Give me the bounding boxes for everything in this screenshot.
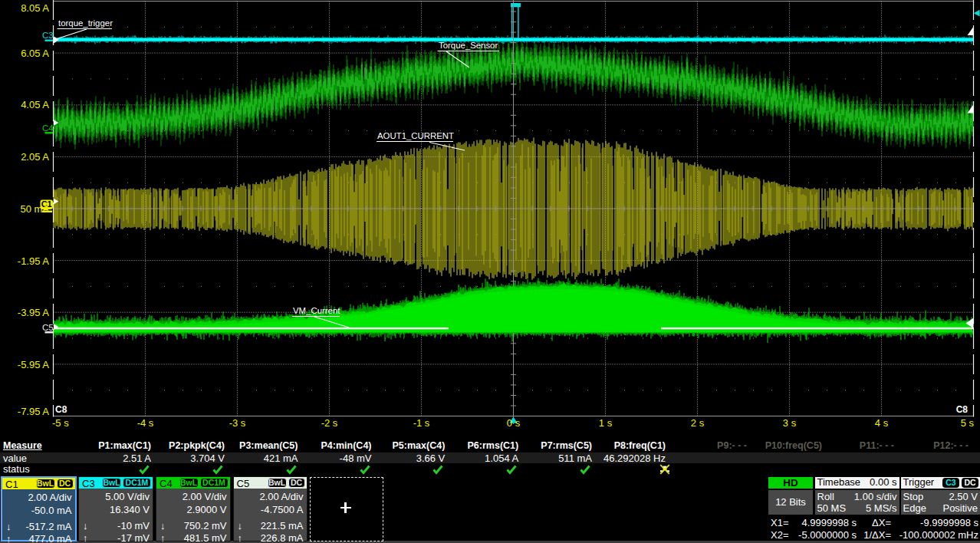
svg-text:1 s: 1 s [599, 417, 613, 429]
svg-text:Torque_Sensor: Torque_Sensor [439, 41, 498, 50]
svg-text:-7.95 A: -7.95 A [18, 406, 50, 417]
svg-text:-4 s: -4 s [137, 417, 154, 429]
svg-text:0 s: 0 s [507, 417, 521, 429]
svg-text:VM_Current: VM_Current [293, 306, 340, 315]
svg-text:-1.95 A: -1.95 A [18, 255, 50, 267]
svg-text:C4: C4 [42, 123, 54, 133]
svg-text:4.05 A: 4.05 A [21, 99, 49, 110]
svg-text:-3 s: -3 s [229, 417, 246, 429]
svg-text:8.05 A: 8.05 A [21, 2, 49, 14]
svg-text:50 mA: 50 mA [20, 203, 49, 215]
svg-text:2 s: 2 s [691, 417, 705, 429]
svg-text:-2 s: -2 s [321, 417, 338, 429]
svg-text:3 s: 3 s [783, 417, 797, 429]
svg-text:2.05 A: 2.05 A [21, 151, 49, 163]
svg-text:-1 s: -1 s [413, 417, 430, 429]
svg-text:AOUT1_CURRENT: AOUT1_CURRENT [377, 131, 454, 140]
svg-text:-3.95 A: -3.95 A [18, 307, 50, 318]
svg-text:4 s: 4 s [875, 417, 889, 429]
svg-text:torque_trigger: torque_trigger [58, 18, 113, 28]
svg-text:-5 s: -5 s [52, 417, 69, 429]
svg-text:-5.95 A: -5.95 A [18, 359, 50, 370]
svg-text:C5: C5 [42, 323, 54, 332]
svg-text:C3: C3 [42, 31, 54, 40]
svg-text:6.05 A: 6.05 A [21, 48, 49, 59]
svg-text:C8: C8 [956, 404, 968, 415]
svg-text:C8: C8 [55, 404, 67, 415]
svg-text:5 s: 5 s [961, 417, 975, 429]
